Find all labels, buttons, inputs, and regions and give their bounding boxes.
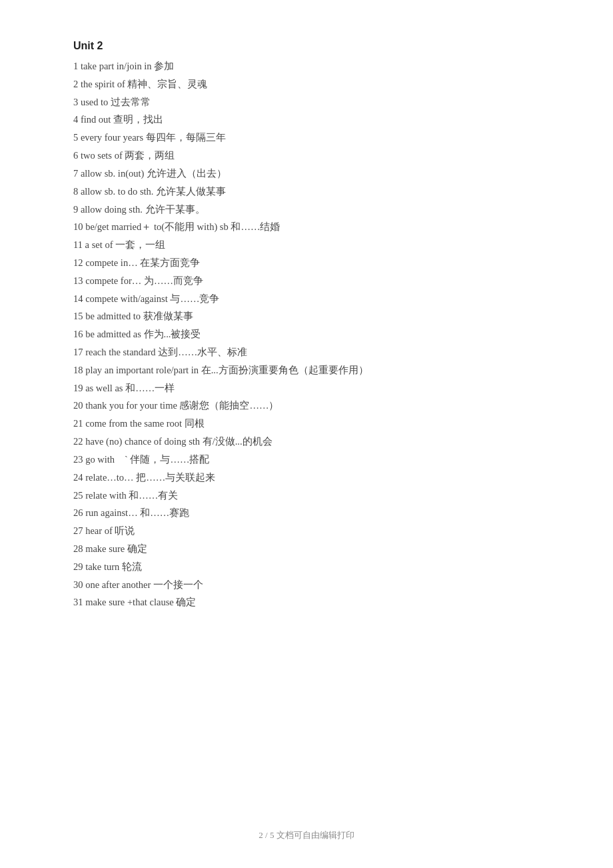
phrase-chinese: 伴随，与……搭配 [130, 454, 209, 465]
list-item: 19 as well as 和……一样 [73, 379, 546, 397]
phrase-chinese: 允许进入（出去） [147, 168, 227, 179]
phrase-number: 3 [73, 97, 81, 107]
list-item: 29 take turn 轮流 [73, 558, 546, 576]
page: Unit 2 1 take part in/join in 参加2 the sp… [0, 0, 613, 868]
list-item: 27 hear of 听说 [73, 522, 546, 540]
unit-title: Unit 2 [73, 40, 546, 52]
phrase-english: one after another [85, 579, 153, 590]
list-item: 25 relate with 和……有关 [73, 487, 546, 505]
phrase-number: 15 [73, 311, 85, 321]
phrase-number: 22 [73, 436, 85, 447]
list-item: 9 allow doing sth. 允许干某事。 [73, 201, 546, 219]
phrase-english: compete in… [85, 257, 140, 268]
phrase-english: be admitted as [85, 329, 143, 339]
list-item: 26 run against… 和……赛跑 [73, 504, 546, 522]
phrase-chinese: 为……而竞争 [144, 275, 203, 286]
phrase-number: 5 [73, 132, 81, 143]
phrase-chinese: 把……与关联起来 [136, 472, 215, 483]
list-item: 21 come from the same root 同根 [73, 415, 546, 433]
phrase-chinese: 确定 [176, 597, 196, 607]
phrase-chinese: 一个接一个 [153, 579, 203, 590]
list-item: 30 one after another 一个接一个 [73, 576, 546, 594]
phrase-english: reach the standard [85, 347, 158, 357]
phrase-chinese: 与……竞争 [170, 293, 219, 304]
list-item: 11 a set of 一套，一组 [73, 236, 546, 254]
list-item: 4 find out 查明，找出 [73, 111, 546, 129]
phrase-english: be/get married＋ to(不能用 with) sb [85, 221, 231, 232]
list-item: 20 thank you for your time 感谢您（能抽空……） [73, 397, 546, 415]
phrase-number: 23 [73, 454, 85, 465]
phrase-number: 21 [73, 418, 85, 429]
phrase-english: play an important role/part in [85, 365, 201, 375]
phrase-chinese: 在某方面竞争 [140, 257, 200, 268]
phrase-number: 25 [73, 490, 85, 501]
list-item: 12 compete in… 在某方面竞争 [73, 254, 546, 272]
phrase-english: be admitted to [85, 311, 143, 321]
list-item: 5 every four years 每四年，每隔三年 [73, 129, 546, 147]
phrase-number: 30 [73, 579, 85, 590]
phrase-number: 2 [73, 79, 81, 89]
phrase-chinese: 和……一样 [125, 383, 175, 393]
phrase-english: used to [81, 97, 111, 107]
phrase-english: compete for… [85, 275, 144, 286]
phrase-chinese: 允许干某事。 [145, 204, 205, 215]
phrase-chinese: 作为...被接受 [144, 329, 201, 339]
phrase-english: allow sb. in(out) [81, 168, 147, 179]
phrase-english: come from the same root [85, 418, 185, 429]
phrase-number: 11 [73, 239, 85, 250]
phrase-number: 31 [73, 597, 85, 607]
phrase-english: relate with [85, 490, 129, 501]
phrase-english: the spirit of [81, 79, 127, 89]
phrase-english: run against… [85, 507, 140, 518]
phrase-chinese: 获准做某事 [143, 311, 193, 321]
phrase-chinese: 一套，一组 [115, 239, 165, 250]
phrase-english: go with ` [85, 454, 130, 465]
phrase-english: every four years [81, 132, 146, 143]
phrase-number: 14 [73, 293, 85, 304]
phrase-chinese: 允许某人做某事 [156, 186, 226, 197]
phrase-chinese: 感谢您（能抽空……） [179, 400, 279, 411]
phrase-english: make sure +that clause [85, 597, 176, 607]
phrase-english: two sets of [81, 150, 125, 161]
phrase-chinese: 轮流 [122, 561, 142, 572]
phrase-chinese: 确定 [127, 543, 147, 554]
phrase-chinese: 和……赛跑 [140, 507, 189, 518]
phrase-english: find out [81, 114, 113, 125]
list-item: 13 compete for… 为……而竞争 [73, 272, 546, 290]
phrase-list: 1 take part in/join in 参加2 the spirit of… [73, 57, 546, 611]
list-item: 3 used to 过去常常 [73, 93, 546, 111]
phrase-chinese: 有/没做...的机会 [203, 436, 273, 447]
list-item: 16 be admitted as 作为...被接受 [73, 325, 546, 343]
list-item: 24 relate…to… 把……与关联起来 [73, 469, 546, 487]
list-item: 18 play an important role/part in 在...方面… [73, 361, 546, 379]
list-item: 1 take part in/join in 参加 [73, 57, 546, 75]
list-item: 2 the spirit of 精神、宗旨、灵魂 [73, 75, 546, 93]
phrase-number: 8 [73, 186, 81, 197]
phrase-english: as well as [85, 383, 125, 393]
list-item: 8 allow sb. to do sth. 允许某人做某事 [73, 183, 546, 201]
phrase-number: 13 [73, 275, 85, 286]
phrase-chinese: 和……有关 [129, 490, 178, 501]
list-item: 15 be admitted to 获准做某事 [73, 307, 546, 325]
phrase-number: 28 [73, 543, 85, 554]
list-item: 7 allow sb. in(out) 允许进入（出去） [73, 165, 546, 183]
phrase-number: 9 [73, 204, 81, 215]
phrase-english: have (no) chance of doing sth [85, 436, 203, 447]
phrase-english: take part in/join in [81, 61, 154, 71]
phrase-english: a set of [85, 239, 116, 250]
phrase-chinese: 同根 [185, 418, 205, 429]
phrase-english: make sure [85, 543, 127, 554]
phrase-chinese: 达到……水平、标准 [158, 347, 247, 357]
phrase-number: 26 [73, 507, 85, 518]
list-item: 10 be/get married＋ to(不能用 with) sb 和……结婚 [73, 218, 546, 236]
phrase-number: 29 [73, 561, 85, 572]
phrase-english: hear of [85, 525, 115, 536]
list-item: 14 compete with/against 与……竞争 [73, 290, 546, 308]
list-item: 22 have (no) chance of doing sth 有/没做...… [73, 433, 546, 451]
phrase-number: 24 [73, 472, 85, 483]
list-item: 6 two sets of 两套，两组 [73, 147, 546, 165]
phrase-number: 27 [73, 525, 85, 536]
phrase-number: 4 [73, 114, 81, 125]
list-item: 31 make sure +that clause 确定 [73, 593, 546, 611]
phrase-chinese: 每四年，每隔三年 [146, 132, 226, 143]
